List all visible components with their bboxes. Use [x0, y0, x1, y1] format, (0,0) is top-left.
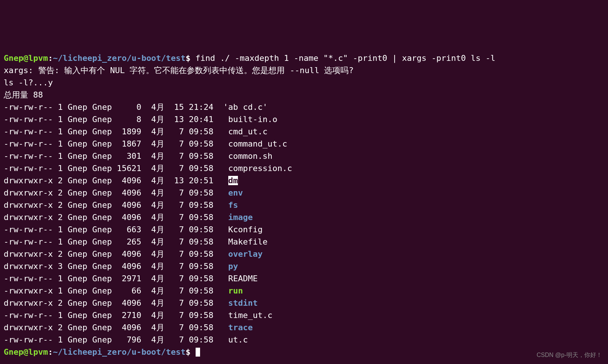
- file-name: command_ut.c: [223, 139, 287, 148]
- file-name: Kconfig: [223, 225, 263, 234]
- file-row: -rw-rw-r-- 1 Gnep Gnep 2710 4月 7 09:58 t…: [4, 309, 604, 321]
- dir-name: image: [228, 213, 253, 222]
- file-row: -rw-rw-r-- 1 Gnep Gnep 15621 4月 7 09:58 …: [4, 162, 604, 174]
- prompt-colon: :: [48, 347, 53, 357]
- file-row: drwxrwxr-x 2 Gnep Gnep 4096 4月 13 20:51 …: [4, 174, 604, 187]
- file-row: drwxrwxr-x 2 Gnep Gnep 4096 4月 7 09:58 o…: [4, 248, 604, 260]
- file-row: drwxrwxr-x 2 Gnep Gnep 4096 4月 7 09:58 f…: [4, 199, 604, 211]
- file-row: -rwxrwxr-x 1 Gnep Gnep 66 4月 7 09:58 run: [4, 285, 604, 297]
- prompt-host: lpvm: [28, 347, 48, 357]
- cursor: [196, 348, 200, 357]
- xargs-warning: xargs: 警告: 输入中有个 NUL 字符。它不能在参数列表中传送。您是想用…: [4, 64, 604, 76]
- prompt-at: @: [23, 53, 28, 63]
- file-row: drwxrwxr-x 2 Gnep Gnep 4096 4月 7 09:58 e…: [4, 187, 604, 199]
- file-row: drwxrwxr-x 2 Gnep Gnep 4096 4月 7 09:58 s…: [4, 297, 604, 309]
- file-row: -rw-rw-r-- 1 Gnep Gnep 2971 4月 7 09:58 R…: [4, 272, 604, 285]
- prompt-dollar: $: [186, 53, 190, 63]
- prompt-dollar: $: [186, 347, 190, 357]
- file-name: ut.c: [223, 335, 248, 344]
- file-name: common.sh: [223, 151, 272, 161]
- ls-confirm: ls -l?...y: [4, 76, 604, 89]
- command-line-1: Gnep@lpvm:~/licheepi_zero/u-boot/test$ f…: [4, 52, 604, 64]
- file-row: -rw-rw-r-- 1 Gnep Gnep 1867 4月 7 09:58 c…: [4, 138, 604, 150]
- highlighted-dir: dm: [228, 176, 238, 185]
- prompt-user: Gnep: [4, 53, 23, 63]
- file-name: compression.c: [223, 164, 292, 173]
- command-line-2[interactable]: Gnep@lpvm:~/licheepi_zero/u-boot/test$: [4, 346, 604, 358]
- dir-name: stdint: [228, 298, 258, 308]
- file-row: -rw-rw-r-- 1 Gnep Gnep 265 4月 7 09:58 Ma…: [4, 236, 604, 248]
- file-name: time_ut.c: [223, 311, 272, 320]
- file-row: -rw-rw-r-- 1 Gnep Gnep 8 4月 13 20:41 bui…: [4, 113, 604, 125]
- file-row: -rw-rw-r-- 1 Gnep Gnep 1899 4月 7 09:58 c…: [4, 125, 604, 138]
- file-name: cmd_ut.c: [223, 127, 268, 136]
- exec-name: run: [228, 286, 243, 295]
- file-row: -rw-rw-r-- 1 Gnep Gnep 301 4月 7 09:58 co…: [4, 150, 604, 162]
- file-name: built-in.o: [223, 115, 278, 124]
- file-name: Makefile: [223, 237, 268, 246]
- dir-name: env: [228, 188, 243, 197]
- dir-name: trace: [228, 323, 253, 332]
- prompt-path: ~/licheepi_zero/u-boot/test: [53, 53, 186, 63]
- watermark-text: CSDN @p-明天，你好！: [537, 351, 602, 360]
- prompt-host: lpvm: [28, 53, 48, 63]
- file-row: drwxrwxr-x 3 Gnep Gnep 4096 4月 7 09:58 p…: [4, 260, 604, 272]
- terminal-output[interactable]: Gnep@lpvm:~/licheepi_zero/u-boot/test$ f…: [4, 52, 604, 358]
- dir-name: overlay: [228, 249, 263, 259]
- prompt-path: ~/licheepi_zero/u-boot/test: [53, 347, 186, 357]
- prompt-at: @: [23, 347, 28, 357]
- file-row: -rw-rw-r-- 1 Gnep Gnep 0 4月 15 21:24 'ab…: [4, 101, 604, 113]
- command-text: find ./ -maxdepth 1 -name "*.c" -print0 …: [190, 53, 495, 63]
- dir-name: fs: [228, 200, 238, 210]
- total-line: 总用量 88: [4, 89, 604, 101]
- file-row: -rw-rw-r-- 1 Gnep Gnep 663 4月 7 09:58 Kc…: [4, 223, 604, 236]
- prompt-user: Gnep: [4, 347, 23, 357]
- prompt-colon: :: [48, 53, 53, 63]
- file-name: README: [223, 274, 258, 283]
- file-row: drwxrwxr-x 2 Gnep Gnep 4096 4月 7 09:58 i…: [4, 211, 604, 223]
- file-name: 'ab cd.c': [223, 102, 268, 112]
- dir-name: py: [228, 262, 238, 271]
- file-row: -rw-rw-r-- 1 Gnep Gnep 796 4月 7 09:58 ut…: [4, 334, 604, 346]
- file-row: drwxrwxr-x 2 Gnep Gnep 4096 4月 7 09:58 t…: [4, 321, 604, 334]
